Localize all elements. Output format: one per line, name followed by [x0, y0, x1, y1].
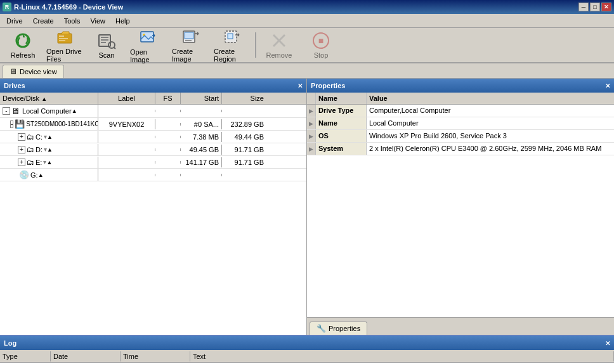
disk-icon: 💾: [15, 119, 25, 129]
prop-name: Name: [316, 117, 367, 129]
prop-expand-icon: ▶: [307, 143, 316, 155]
properties-panel-close[interactable]: ✕: [605, 82, 610, 89]
create-region-label: Create Region: [214, 48, 251, 63]
window-title: R-Linux 4.7.154569 - Device View: [14, 3, 123, 11]
menu-create[interactable]: Create: [28, 16, 59, 26]
prop-value: Local Computer: [367, 117, 614, 129]
col-header-start[interactable]: Start: [181, 93, 222, 104]
cell-label: [98, 148, 155, 151]
log-columns: Type Date Time Text: [0, 350, 614, 363]
log-col-date: Date: [51, 351, 121, 361]
device-view-tab[interactable]: 🖥 Device view: [3, 65, 64, 78]
menu-tools[interactable]: Tools: [59, 16, 86, 26]
expand-icon[interactable]: +: [18, 133, 25, 141]
properties-tab-label: Properties: [329, 325, 360, 332]
expand-icon[interactable]: -: [10, 120, 13, 128]
props-col-value: Value: [367, 93, 614, 104]
log-panel-title: Log: [4, 339, 16, 347]
list-item[interactable]: ▶ Drive Type Computer,Local Computer: [307, 105, 614, 117]
toolbar: Refresh Open Drive Files Sc: [0, 28, 614, 63]
prop-name: OS: [316, 130, 367, 142]
list-item[interactable]: ▶ OS Windows XP Pro Build 2600, Service …: [307, 130, 614, 143]
prop-expand-icon: ▶: [307, 117, 316, 129]
cell-device: - 🖥 Local Computer: [0, 105, 98, 117]
create-image-button[interactable]: Create Image: [170, 29, 211, 61]
list-item[interactable]: ▶ Name Local Computer: [307, 117, 614, 130]
svg-text:■: ■: [318, 36, 323, 46]
svg-rect-7: [101, 39, 108, 41]
table-row[interactable]: 💿 G:: [0, 169, 306, 181]
partition-icon: 🗂: [27, 133, 34, 141]
refresh-icon: [13, 31, 33, 50]
col-header-device[interactable]: Device/Disk: [0, 93, 98, 104]
expand-icon[interactable]: +: [18, 159, 25, 166]
cell-size: [222, 110, 266, 112]
open-image-button[interactable]: Open Image: [128, 29, 169, 61]
drives-panel: Drives ✕ Device/Disk Label FS Start Size…: [0, 79, 307, 335]
open-drive-files-button[interactable]: Open Drive Files: [44, 29, 85, 61]
expand-icon[interactable]: +: [18, 146, 25, 153]
table-row[interactable]: + 🗂 D: ▾ 49.45 GB 91.71 GB: [0, 143, 306, 156]
table-row[interactable]: + 🗂 E: ▾ 141.17 GB 91.71 GB: [0, 156, 306, 169]
scan-button[interactable]: Scan: [86, 29, 127, 61]
open-image-label: Open Image: [130, 48, 167, 63]
properties-panel-header: Properties ✕: [307, 79, 614, 93]
log-col-type: Type: [0, 351, 51, 361]
optical-icon: 💿: [19, 170, 29, 179]
properties-tab-icon: 🔧: [317, 324, 326, 333]
table-row[interactable]: - 💾 ST250DM000-1BD141KC44 9VYENX02 #0 SA…: [0, 118, 306, 131]
list-item[interactable]: ▶ System 2 x Intel(R) Celeron(R) CPU E34…: [307, 143, 614, 155]
stop-button[interactable]: ■ Stop: [301, 29, 341, 61]
remove-icon: [269, 31, 289, 50]
minimize-button[interactable]: ─: [578, 3, 589, 11]
prop-expand-icon: ▶: [307, 105, 316, 117]
scan-label: Scan: [98, 51, 114, 59]
svg-rect-4: [59, 40, 65, 41]
open-drive-files-label: Open Drive Files: [46, 48, 83, 63]
refresh-button[interactable]: Refresh: [3, 29, 43, 61]
remove-button[interactable]: Remove: [259, 29, 299, 61]
cell-label: [98, 136, 155, 138]
create-image-icon: [180, 27, 200, 46]
close-button[interactable]: ✕: [601, 3, 611, 11]
properties-panel: Properties ✕ Name Value ▶ Drive Type Com…: [307, 79, 614, 335]
properties-tab[interactable]: 🔧 Properties: [310, 322, 367, 335]
create-region-icon: [222, 27, 242, 46]
svg-rect-15: [185, 40, 192, 41]
menu-view[interactable]: View: [85, 16, 110, 26]
cell-start: 49.45 GB: [181, 145, 222, 155]
drives-panel-close[interactable]: ✕: [297, 82, 303, 89]
cell-fs: [155, 136, 181, 138]
log-col-text: Text: [190, 351, 614, 361]
drives-panel-title: Drives: [4, 82, 25, 89]
create-region-button[interactable]: Create Region: [212, 29, 252, 61]
log-col-time: Time: [121, 351, 190, 361]
table-row[interactable]: - 🖥 Local Computer: [0, 105, 306, 118]
title-bar: R R-Linux 4.7.154569 - Device View ─ □ ✕: [0, 0, 614, 14]
cell-label: [98, 110, 155, 112]
cell-device: + 🗂 C: ▾: [0, 131, 98, 143]
log-panel: Log ✕ Type Date Time Text: [0, 335, 614, 364]
toolbar-separator: [255, 32, 256, 58]
col-header-size[interactable]: Size: [222, 93, 266, 104]
cell-start: #0 SA...: [181, 119, 222, 129]
maximize-button[interactable]: □: [590, 3, 600, 11]
open-image-icon: [138, 27, 159, 47]
create-image-label: Create Image: [172, 48, 209, 63]
log-panel-header: Log ✕: [0, 336, 614, 350]
drives-panel-header: Drives ✕: [0, 79, 306, 93]
cell-size: 232.89 GB: [222, 119, 266, 129]
expand-icon[interactable]: -: [3, 107, 10, 115]
col-header-label[interactable]: Label: [98, 93, 155, 104]
cell-device: + 🗂 E: ▾: [0, 157, 98, 168]
cell-start: 141.17 GB: [181, 157, 222, 167]
cell-fs: [155, 174, 181, 176]
cell-device: 💿 G:: [0, 169, 98, 181]
menu-help[interactable]: Help: [110, 16, 135, 26]
cell-start: [181, 174, 222, 176]
menu-drive[interactable]: Drive: [1, 16, 28, 26]
stop-label: Stop: [314, 51, 329, 59]
log-panel-close[interactable]: ✕: [605, 340, 610, 347]
col-header-fs[interactable]: FS: [155, 93, 181, 104]
table-row[interactable]: + 🗂 C: ▾ 7.38 MB 49.44 GB: [0, 131, 306, 143]
